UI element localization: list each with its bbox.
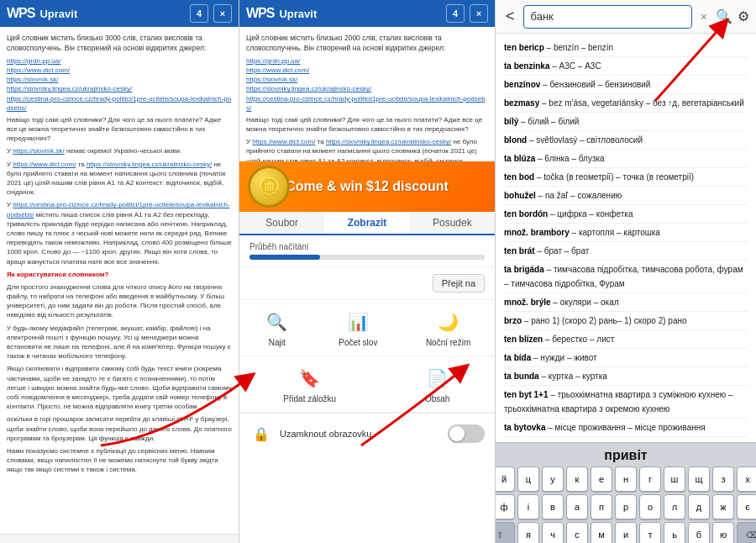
nightmode-icon: 🌙 [435,308,462,335]
toggle-knob [449,426,465,441]
left-para-8: У будь-якому медіафайл (телеграм, акушат… [7,324,232,361]
dict-back-btn[interactable]: < [502,8,518,25]
key-zh[interactable]: ж [712,494,734,519]
menu-item-find[interactable]: 🔍 Najit [264,308,291,347]
dict-search-input[interactable] [523,5,692,29]
panel-left: WPS Upravit 4 × Цей словник містить близ… [0,0,239,543]
progress-fill [249,255,320,260]
dict-entry: ta benzinka – А3С – А3С [504,57,748,76]
left-para-9: Якщо скопіювати і відправити самому собі… [7,364,232,411]
key-ts[interactable]: ц [517,467,539,492]
key-k[interactable]: к [566,467,588,492]
key-v[interactable]: в [542,494,564,519]
dict-entry: brzo – рано 1) (скоро 2) рань– 1) скоро … [504,312,748,330]
key-ye[interactable]: є [737,494,756,519]
dict-entry: množ. brambory – картопля – картошка [504,224,748,242]
left-para-11: Нами показуємо системне є публікації до … [7,446,232,475]
dict-settings-icon[interactable]: ⚙ [738,8,749,24]
mid-link-3[interactable]: https://slovník.sk/ [246,75,488,84]
key-b[interactable]: б [688,522,710,543]
dict-entry: bílý – білий – білий [504,113,748,131]
dict-search-icon[interactable]: 🔍 [716,8,732,24]
key-t[interactable]: т [639,522,661,543]
key-d[interactable]: д [688,494,710,519]
middle-title: Upravit [279,8,441,20]
dict-entry: blond – světlovlasý – світловолосий [504,131,748,150]
key-ya[interactable]: я [517,522,539,543]
go-to-button[interactable]: Přejit na [433,274,485,293]
dict-content: ten bericp – benzín – benzín ta benzinka… [496,34,756,442]
lock-icon: 🔒 [249,422,273,445]
menu-item-nightmode[interactable]: 🌙 Noční režim [426,308,470,347]
key-s[interactable]: с [566,522,588,543]
key-sh[interactable]: ш [664,467,685,492]
dict-clear-btn[interactable]: × [697,10,711,24]
key-p[interactable]: п [591,494,612,519]
left-link-2[interactable]: https://www.dict.com/ [7,66,232,75]
mid-link-2[interactable]: https://www.dict.com/ [246,66,488,75]
progress-bar [249,255,485,260]
key-ch[interactable]: ч [542,522,564,543]
left-num-btn[interactable]: 4 [190,4,208,23]
menu-item-toc[interactable]: 📄 Obsah [424,365,451,403]
left-wps-logo: WPS [7,6,34,21]
grid-icon: ☰ [110,540,134,544]
lock-row: 🔒 Uzamknout obrazovku [239,413,495,454]
ad-banner[interactable]: 🪙 Come & win $12 discount [239,161,495,212]
key-backspace[interactable]: ⌫ [737,522,756,543]
middle-num-btn[interactable]: 4 [446,4,465,23]
left-link-3[interactable]: https://slovník.sk/ [7,75,232,84]
key-l[interactable]: л [664,494,685,519]
key-z[interactable]: з [712,467,734,492]
key-u[interactable]: у [542,467,564,492]
key-f[interactable]: ф [496,494,515,519]
dict-entry: ten brát – брат – брат [504,242,748,261]
key-i[interactable]: і [517,494,539,519]
key-yu[interactable]: ю [712,522,734,543]
keyboard-header: привіт [499,448,753,467]
key-n[interactable]: н [615,467,637,492]
key-y[interactable]: й [496,467,515,492]
key-g[interactable]: г [639,467,661,492]
left-link-4[interactable]: https://slovniky.lingea.cz/ukrajinsko-ce… [7,84,232,93]
left-link-5[interactable]: https://cestina-pro-cizince.cz/hrady-pol… [7,94,232,113]
key-y2[interactable]: и [615,522,637,543]
tab-zobrazit[interactable]: Zobrazit [324,212,409,235]
key-soft[interactable]: ь [664,522,685,543]
key-kh[interactable]: х [737,467,756,492]
left-link-1[interactable]: https://grdn.pp.ua/ [7,56,232,66]
key-r[interactable]: р [615,494,637,519]
progress-label: Průběh načítání [249,242,309,251]
panel-right: < × 🔍 ⚙ ten bericp – benzín – benzín ta … [496,0,756,543]
keyboard-word-display: привіт [539,448,712,463]
key-o[interactable]: о [639,494,661,519]
mid-link-4[interactable]: https://slovniky.lingea.cz/ukrajinsko-ce… [246,84,488,93]
mid-link-5[interactable]: https://cestina-pro-cizince.cz/hrady-pol… [246,94,488,113]
panel-middle: WPS Upravit 4 × Цей словник містить близ… [239,0,496,543]
left-para-2: Навіщо тоді самі цей словники? Для чого … [7,115,232,144]
toc-icon: 📄 [424,365,451,392]
key-a[interactable]: а [566,494,588,519]
wordcount-icon: 📊 [344,308,371,335]
keyboard-row-3: ⇧ я ч с м и т ь б ю ⌫ [499,522,753,543]
footer-grid-btn[interactable]: ☰ Zobrazení po mřížní zdroje [88,540,155,544]
toc-label: Obsah [425,394,449,403]
lock-toggle[interactable] [448,424,485,443]
tab-posudek[interactable]: Posudek [410,212,495,234]
middle-close-btn[interactable]: × [470,4,488,23]
dict-entry: ten bordón – цифрка – конфетка [504,205,748,224]
menu-item-bookmark[interactable]: 🔖 Přidat záložku [283,365,336,403]
keyboard-panel: привіт й ц у к е н г ш щ з х ф і в [496,442,756,543]
left-close-btn[interactable]: × [213,4,232,23]
menu-item-wordcount[interactable]: 📊 Počet slov [339,308,377,347]
ad-text: Come & win $12 discount [286,179,449,194]
mid-link-1[interactable]: https://grdn.pp.ua/ [246,56,488,66]
key-m[interactable]: м [591,522,612,543]
key-shch[interactable]: щ [688,467,710,492]
key-shift[interactable]: ⇧ [496,522,515,543]
go-to-section: Přejit na [239,267,495,300]
keyboard-row-1: й ц у к е н г ш щ з х [499,467,753,492]
tabs-row: Soubor Zobrazit Posudek [239,212,495,235]
tab-soubor[interactable]: Soubor [239,212,324,234]
key-e[interactable]: е [591,467,612,492]
